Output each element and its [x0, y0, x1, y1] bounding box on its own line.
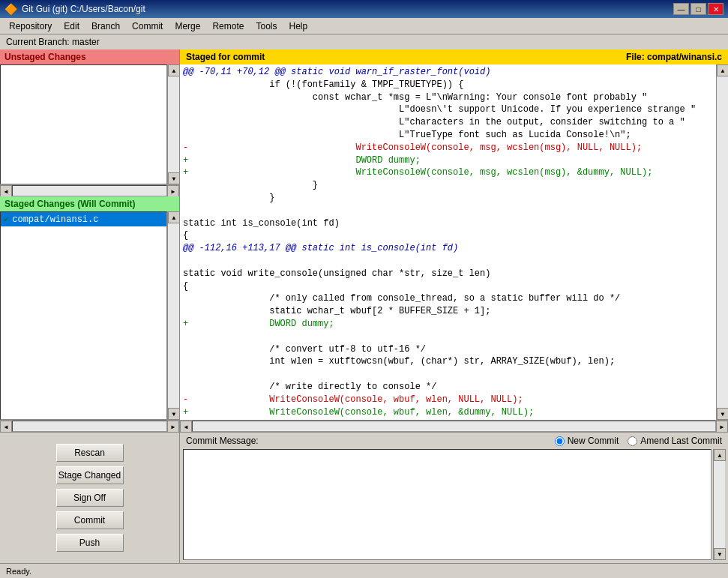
amend-commit-radio-label[interactable]: Amend Last Commit: [628, 436, 722, 446]
menu-bar: Repository Edit Branch Commit Merge Remo…: [0, 18, 728, 34]
unstaged-hscroll-right[interactable]: ▶: [167, 185, 179, 197]
menu-remote[interactable]: Remote: [206, 19, 250, 33]
unstaged-file-list[interactable]: [0, 64, 167, 184]
commit-header: Commit Message: New Commit Amend Last Co…: [180, 433, 728, 449]
status-bar: Ready.: [0, 563, 728, 578]
amend-commit-radio[interactable]: [628, 436, 637, 446]
unstaged-hscroll-track[interactable]: [12, 185, 167, 196]
unstaged-vscroll[interactable]: ▲ ▼: [167, 64, 179, 184]
status-text: Ready.: [6, 567, 31, 576]
stage-changed-button[interactable]: Stage Changed: [56, 466, 124, 484]
staged-hscroll-track[interactable]: [12, 421, 167, 432]
file-check-icon: ✓: [4, 214, 9, 225]
rescan-button[interactable]: Rescan: [56, 444, 124, 462]
staged-hscroll[interactable]: ◀ ▶: [0, 420, 179, 432]
title-bar: 🔶 Git Gui (git) C:/Users/Bacon/git — □ ✕: [0, 0, 728, 18]
push-button[interactable]: Push: [56, 534, 124, 552]
menu-branch[interactable]: Branch: [85, 19, 126, 33]
staged-filename: compat/winansi.c: [12, 214, 98, 225]
commit-vscroll[interactable]: ▲ ▼: [713, 449, 725, 560]
menu-merge[interactable]: Merge: [169, 19, 206, 33]
commit-area: Commit Message: New Commit Amend Last Co…: [180, 433, 728, 563]
commit-message-label: Commit Message:: [186, 436, 259, 446]
diff-scroll-down[interactable]: ▼: [717, 408, 728, 420]
diff-header: Staged for commit File: compat/winansi.c: [180, 49, 728, 64]
close-button[interactable]: ✕: [708, 3, 724, 15]
staged-scroll-down[interactable]: ▼: [168, 408, 179, 420]
staged-vscroll[interactable]: ▲ ▼: [167, 211, 179, 420]
left-panel: Unstaged Changes ▲ ▼ ◀ ▶ Staged Changes …: [0, 49, 180, 432]
bottom-area: Rescan Stage Changed Sign Off Commit Pus…: [0, 432, 728, 563]
unstaged-scroll-down[interactable]: ▼: [168, 172, 179, 184]
staged-hscroll-left[interactable]: ◀: [0, 421, 12, 432]
staged-hscroll-right[interactable]: ▶: [167, 421, 179, 432]
commit-scroll-down[interactable]: ▼: [714, 548, 726, 560]
buttons-panel: Rescan Stage Changed Sign Off Commit Pus…: [0, 433, 180, 563]
diff-vscroll[interactable]: ▲ ▼: [716, 64, 728, 420]
diff-hscroll[interactable]: ◀ ▶: [180, 420, 728, 432]
menu-help[interactable]: Help: [283, 19, 313, 33]
app-icon: 🔶: [4, 3, 17, 15]
diff-wrapper: @@ -70,11 +70,12 @@ static void warn_if_…: [180, 64, 728, 420]
minimize-button[interactable]: —: [673, 3, 689, 15]
commit-button[interactable]: Commit: [56, 511, 124, 529]
unstaged-header: Unstaged Changes: [0, 49, 179, 64]
diff-header-left: Staged for commit: [186, 52, 265, 62]
staged-scroll-up[interactable]: ▲: [168, 211, 179, 223]
maximize-button[interactable]: □: [691, 3, 706, 15]
new-commit-radio-label[interactable]: New Commit: [555, 436, 619, 446]
diff-scroll-up[interactable]: ▲: [717, 64, 728, 76]
staged-file-item[interactable]: ✓ compat/winansi.c: [1, 212, 166, 226]
unstaged-hscroll-left[interactable]: ◀: [0, 185, 12, 197]
current-branch-label: Current Branch: master: [6, 37, 100, 47]
right-panel: Staged for commit File: compat/winansi.c…: [180, 49, 728, 432]
commit-message-input[interactable]: [183, 449, 712, 560]
diff-hscroll-right[interactable]: ▶: [716, 421, 728, 432]
menu-edit[interactable]: Edit: [58, 19, 85, 33]
branch-bar: Current Branch: master: [0, 34, 728, 49]
diff-area[interactable]: @@ -70,11 +70,12 @@ static void warn_if_…: [180, 64, 716, 420]
unstaged-scroll-up[interactable]: ▲: [168, 64, 179, 76]
menu-repository[interactable]: Repository: [3, 19, 58, 33]
unstaged-hscroll[interactable]: ◀ ▶: [0, 184, 179, 196]
menu-commit[interactable]: Commit: [126, 19, 169, 33]
commit-radio-group: New Commit Amend Last Commit: [555, 436, 722, 446]
menu-tools[interactable]: Tools: [250, 19, 283, 33]
diff-hscroll-track[interactable]: [192, 421, 716, 432]
diff-header-right: File: compat/winansi.c: [626, 52, 722, 62]
new-commit-radio[interactable]: [555, 436, 565, 446]
staged-header: Staged Changes (Will Commit): [0, 196, 179, 211]
commit-scroll-up[interactable]: ▲: [714, 449, 726, 461]
sign-off-button[interactable]: Sign Off: [56, 489, 124, 507]
diff-hscroll-left[interactable]: ◀: [180, 421, 192, 432]
staged-file-list[interactable]: ✓ compat/winansi.c: [0, 211, 167, 420]
main-content: Unstaged Changes ▲ ▼ ◀ ▶ Staged Changes …: [0, 49, 728, 432]
window-title: Git Gui (git) C:/Users/Bacon/git: [22, 4, 145, 14]
